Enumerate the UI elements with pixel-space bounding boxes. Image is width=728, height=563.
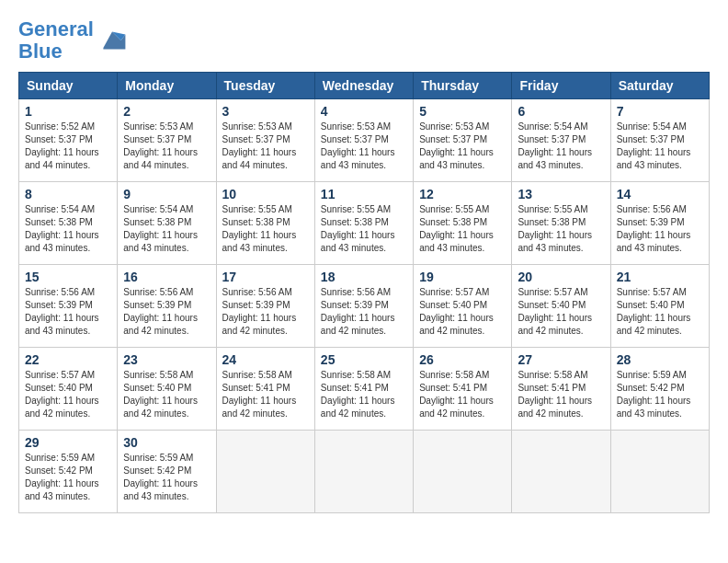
- day-number: 3: [222, 104, 309, 119]
- day-cell-17: 17Sunrise: 5:56 AM Sunset: 5:39 PM Dayli…: [216, 265, 314, 348]
- day-cell-6: 6Sunrise: 5:54 AM Sunset: 5:37 PM Daylig…: [512, 99, 610, 182]
- day-info: Sunrise: 5:56 AM Sunset: 5:39 PM Dayligh…: [123, 286, 210, 338]
- day-cell-1: 1Sunrise: 5:52 AM Sunset: 5:37 PM Daylig…: [19, 99, 118, 182]
- day-cell-23: 23Sunrise: 5:58 AM Sunset: 5:40 PM Dayli…: [118, 348, 216, 431]
- empty-cell: [512, 431, 610, 513]
- week-row-4: 22Sunrise: 5:57 AM Sunset: 5:40 PM Dayli…: [19, 348, 710, 431]
- page-header: GeneralBlue: [18, 18, 710, 63]
- day-cell-21: 21Sunrise: 5:57 AM Sunset: 5:40 PM Dayli…: [610, 265, 709, 348]
- day-number: 15: [25, 270, 111, 284]
- day-info: Sunrise: 5:57 AM Sunset: 5:40 PM Dayligh…: [419, 286, 506, 338]
- logo: GeneralBlue: [18, 18, 127, 63]
- day-info: Sunrise: 5:56 AM Sunset: 5:39 PM Dayligh…: [321, 286, 407, 338]
- day-info: Sunrise: 5:55 AM Sunset: 5:38 PM Dayligh…: [419, 203, 506, 255]
- day-info: Sunrise: 5:54 AM Sunset: 5:38 PM Dayligh…: [123, 203, 210, 255]
- day-number: 24: [222, 352, 309, 367]
- day-cell-12: 12Sunrise: 5:55 AM Sunset: 5:38 PM Dayli…: [414, 182, 512, 265]
- day-cell-26: 26Sunrise: 5:58 AM Sunset: 5:41 PM Dayli…: [414, 348, 512, 431]
- day-info: Sunrise: 5:58 AM Sunset: 5:40 PM Dayligh…: [123, 369, 210, 420]
- day-info: Sunrise: 5:54 AM Sunset: 5:38 PM Dayligh…: [25, 203, 111, 255]
- day-cell-5: 5Sunrise: 5:53 AM Sunset: 5:37 PM Daylig…: [414, 99, 512, 182]
- week-row-5: 29Sunrise: 5:59 AM Sunset: 5:42 PM Dayli…: [19, 431, 710, 513]
- day-number: 4: [321, 104, 407, 119]
- day-info: Sunrise: 5:56 AM Sunset: 5:39 PM Dayligh…: [25, 286, 111, 338]
- day-number: 20: [518, 270, 604, 284]
- day-number: 29: [25, 435, 111, 450]
- day-number: 12: [419, 187, 506, 201]
- day-number: 28: [617, 352, 703, 367]
- day-info: Sunrise: 5:54 AM Sunset: 5:37 PM Dayligh…: [518, 121, 604, 172]
- day-cell-2: 2Sunrise: 5:53 AM Sunset: 5:37 PM Daylig…: [118, 99, 216, 182]
- day-info: Sunrise: 5:58 AM Sunset: 5:41 PM Dayligh…: [321, 369, 407, 420]
- day-info: Sunrise: 5:57 AM Sunset: 5:40 PM Dayligh…: [25, 369, 111, 420]
- day-number: 14: [617, 187, 703, 201]
- day-number: 30: [123, 435, 210, 450]
- day-number: 7: [617, 104, 703, 119]
- logo-text: GeneralBlue: [18, 18, 94, 63]
- day-cell-7: 7Sunrise: 5:54 AM Sunset: 5:37 PM Daylig…: [610, 99, 709, 182]
- header-sunday: Sunday: [19, 73, 118, 99]
- empty-cell: [414, 431, 512, 513]
- day-cell-24: 24Sunrise: 5:58 AM Sunset: 5:41 PM Dayli…: [216, 348, 314, 431]
- day-info: Sunrise: 5:58 AM Sunset: 5:41 PM Dayligh…: [222, 369, 309, 420]
- header-wednesday: Wednesday: [314, 73, 413, 99]
- week-row-1: 1Sunrise: 5:52 AM Sunset: 5:37 PM Daylig…: [19, 99, 710, 182]
- day-info: Sunrise: 5:59 AM Sunset: 5:42 PM Dayligh…: [123, 452, 210, 503]
- header-tuesday: Tuesday: [216, 73, 314, 99]
- day-info: Sunrise: 5:55 AM Sunset: 5:38 PM Dayligh…: [222, 203, 309, 255]
- day-number: 26: [419, 352, 506, 367]
- header-thursday: Thursday: [414, 73, 512, 99]
- day-number: 27: [518, 352, 604, 367]
- week-row-2: 8Sunrise: 5:54 AM Sunset: 5:38 PM Daylig…: [19, 182, 710, 265]
- day-number: 22: [25, 352, 111, 367]
- day-cell-14: 14Sunrise: 5:56 AM Sunset: 5:39 PM Dayli…: [610, 182, 709, 265]
- day-info: Sunrise: 5:56 AM Sunset: 5:39 PM Dayligh…: [617, 203, 703, 255]
- day-info: Sunrise: 5:54 AM Sunset: 5:37 PM Dayligh…: [617, 121, 703, 172]
- day-number: 5: [419, 104, 506, 119]
- day-info: Sunrise: 5:57 AM Sunset: 5:40 PM Dayligh…: [617, 286, 703, 338]
- day-cell-25: 25Sunrise: 5:58 AM Sunset: 5:41 PM Dayli…: [314, 348, 413, 431]
- day-info: Sunrise: 5:52 AM Sunset: 5:37 PM Dayligh…: [25, 121, 111, 172]
- day-info: Sunrise: 5:58 AM Sunset: 5:41 PM Dayligh…: [419, 369, 506, 420]
- day-number: 1: [25, 104, 111, 119]
- day-number: 2: [123, 104, 210, 119]
- day-number: 19: [419, 270, 506, 284]
- week-row-3: 15Sunrise: 5:56 AM Sunset: 5:39 PM Dayli…: [19, 265, 710, 348]
- calendar-header-row: SundayMondayTuesdayWednesdayThursdayFrid…: [19, 73, 710, 99]
- day-number: 23: [123, 352, 210, 367]
- day-cell-30: 30Sunrise: 5:59 AM Sunset: 5:42 PM Dayli…: [118, 431, 216, 513]
- header-friday: Friday: [512, 73, 610, 99]
- day-cell-28: 28Sunrise: 5:59 AM Sunset: 5:42 PM Dayli…: [610, 348, 709, 431]
- empty-cell: [610, 431, 709, 513]
- empty-cell: [216, 431, 314, 513]
- day-number: 6: [518, 104, 604, 119]
- day-cell-20: 20Sunrise: 5:57 AM Sunset: 5:40 PM Dayli…: [512, 265, 610, 348]
- header-monday: Monday: [118, 73, 216, 99]
- day-cell-11: 11Sunrise: 5:55 AM Sunset: 5:38 PM Dayli…: [314, 182, 413, 265]
- day-cell-16: 16Sunrise: 5:56 AM Sunset: 5:39 PM Dayli…: [118, 265, 216, 348]
- day-number: 10: [222, 187, 309, 201]
- day-cell-19: 19Sunrise: 5:57 AM Sunset: 5:40 PM Dayli…: [414, 265, 512, 348]
- day-info: Sunrise: 5:57 AM Sunset: 5:40 PM Dayligh…: [518, 286, 604, 338]
- day-cell-15: 15Sunrise: 5:56 AM Sunset: 5:39 PM Dayli…: [19, 265, 118, 348]
- day-info: Sunrise: 5:53 AM Sunset: 5:37 PM Dayligh…: [419, 121, 506, 172]
- day-info: Sunrise: 5:53 AM Sunset: 5:37 PM Dayligh…: [123, 121, 210, 172]
- day-info: Sunrise: 5:55 AM Sunset: 5:38 PM Dayligh…: [518, 203, 604, 255]
- day-info: Sunrise: 5:59 AM Sunset: 5:42 PM Dayligh…: [617, 369, 703, 420]
- header-saturday: Saturday: [610, 73, 709, 99]
- day-number: 16: [123, 270, 210, 284]
- day-info: Sunrise: 5:53 AM Sunset: 5:37 PM Dayligh…: [222, 121, 309, 172]
- day-number: 13: [518, 187, 604, 201]
- day-info: Sunrise: 5:58 AM Sunset: 5:41 PM Dayligh…: [518, 369, 604, 420]
- day-number: 25: [321, 352, 407, 367]
- day-info: Sunrise: 5:59 AM Sunset: 5:42 PM Dayligh…: [25, 452, 111, 503]
- day-cell-27: 27Sunrise: 5:58 AM Sunset: 5:41 PM Dayli…: [512, 348, 610, 431]
- empty-cell: [314, 431, 413, 513]
- day-number: 17: [222, 270, 309, 284]
- day-info: Sunrise: 5:55 AM Sunset: 5:38 PM Dayligh…: [321, 203, 407, 255]
- day-cell-29: 29Sunrise: 5:59 AM Sunset: 5:42 PM Dayli…: [19, 431, 118, 513]
- logo-icon: [97, 26, 127, 55]
- day-number: 11: [321, 187, 407, 201]
- day-info: Sunrise: 5:56 AM Sunset: 5:39 PM Dayligh…: [222, 286, 309, 338]
- day-cell-22: 22Sunrise: 5:57 AM Sunset: 5:40 PM Dayli…: [19, 348, 118, 431]
